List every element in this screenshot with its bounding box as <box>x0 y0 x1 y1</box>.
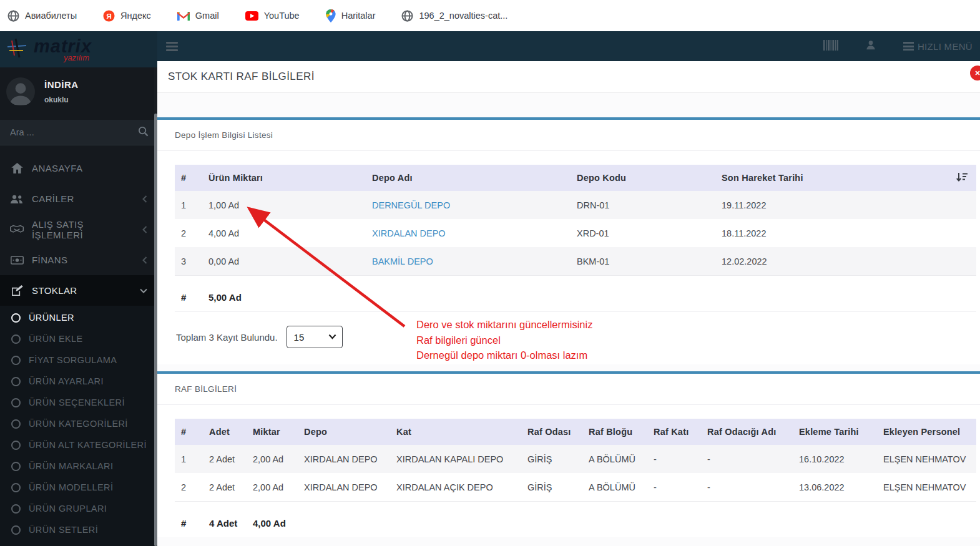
sidebar-item-anasayfa[interactable]: ANASAYFA <box>0 153 157 183</box>
sidebar-subitem[interactable]: ÜRÜN EKLE <box>0 328 157 349</box>
bookmark-gmail[interactable]: Gmail <box>177 11 219 21</box>
bookmark-haritalar[interactable]: Haritalar <box>326 9 376 22</box>
hamburger-menu-icon[interactable] <box>166 40 178 53</box>
sidebar-subitem[interactable]: ÜRÜN SEÇENEKLERİ <box>0 392 157 413</box>
bookmarks-bar: Авиабилеты Я Яндекс Gmail YouTube Harita… <box>0 0 980 31</box>
total-cell <box>366 276 571 312</box>
submenu-label: ÜRÜN KATEGORİLERİ <box>29 419 128 429</box>
column-header: Raf Bloğu <box>582 419 647 445</box>
bars-icon <box>903 41 914 52</box>
depot-card-footer: Toplam 3 Kayıt Bulundu. 15 <box>157 312 980 364</box>
shelf-total-row: #4 Adet4,00 Ad <box>175 502 976 538</box>
column-header: Adet <box>203 419 247 445</box>
total-cell <box>715 276 928 312</box>
search-input[interactable] <box>9 127 138 138</box>
column-header: # <box>175 165 202 191</box>
table-cell: 1 <box>175 445 203 473</box>
menu-label: ANASAYFA <box>32 163 82 173</box>
depot-card-title: Depo İşlem Bilgisi Listesi <box>157 120 980 151</box>
user-info: İNDİRA okuklu <box>44 79 79 104</box>
bookmark-youtube[interactable]: YouTube <box>245 11 300 21</box>
sidebar-subitem[interactable]: ÜRÜN SETLERİ <box>0 519 157 540</box>
depot-table-body: 11,00 AdDERNEGÜL DEPODRN-0119.11.202224,… <box>175 191 976 276</box>
youtube-icon <box>245 11 258 21</box>
table-cell: 2 <box>175 473 203 502</box>
table-cell: BKM-01 <box>571 247 715 276</box>
column-header: Raf Odacığı Adı <box>701 419 793 445</box>
table-cell: DERNEGÜL DEPO <box>366 191 571 219</box>
sidebar-scrollbar-thumb[interactable] <box>154 114 157 546</box>
table-cell: 3 <box>175 247 202 276</box>
topbar: HIZLI MENÜ <box>157 31 980 61</box>
sidebar-item-stoklar[interactable]: STOKLAR <box>0 275 157 306</box>
column-header: Ürün Miktarı <box>202 165 366 191</box>
bookmark-aviabilety[interactable]: Авиабилеты <box>7 10 77 22</box>
shelf-card: RAF BİLGİLERİ #AdetMiktarDepoKatRaf Odas… <box>157 371 980 537</box>
column-header: Depo <box>298 419 390 445</box>
chevron-left-icon <box>142 195 147 203</box>
quick-menu-label: HIZLI MENÜ <box>918 41 973 52</box>
sidebar-subitem[interactable]: ÜRÜN KATEGORİLERİ <box>0 413 157 434</box>
sidebar-subitem[interactable]: ÜRÜN MODELLERİ <box>0 477 157 498</box>
depot-link[interactable]: BAKMİL DEPO <box>372 256 433 266</box>
depot-link[interactable]: DERNEGÜL DEPO <box>372 200 450 210</box>
submenu-label: ÜRÜN SEÇENEKLERİ <box>29 397 125 407</box>
globe-icon <box>7 10 19 22</box>
table-cell: XIRDALAN KAPALI DEPO <box>390 445 521 473</box>
menu-label: CARİLER <box>32 193 74 204</box>
bookmark-label: Gmail <box>195 11 219 21</box>
spacer <box>157 93 980 117</box>
main-content: STOK KARTI RAF BİLGİLERİ ✕ Depo İşlem Bi… <box>157 61 980 546</box>
svg-text:Я: Я <box>106 12 111 19</box>
sidebar-subitem[interactable]: ÜRÜN MARKALARI <box>0 456 157 477</box>
sidebar-subitem[interactable]: ÜRÜN GRUPLARI <box>0 498 157 519</box>
sidebar-subitem[interactable]: FİYAT SORGULAMA <box>0 349 157 371</box>
column-header: Son Hareket Tarihi <box>715 165 928 191</box>
sidebar-item-finans[interactable]: FİNANS <box>0 245 157 275</box>
submenu-label: ÜRÜN MARKALARI <box>29 461 113 471</box>
table-cell: ELŞEN NEHMATOV <box>877 473 976 502</box>
total-cell <box>582 502 647 538</box>
bookmark-novalties[interactable]: 196_2_novalties-cat... <box>401 10 507 22</box>
avatar[interactable] <box>6 77 35 106</box>
table-cell: 13.06.2022 <box>793 473 877 502</box>
table-cell <box>928 219 976 247</box>
table-cell: DRN-01 <box>571 191 715 219</box>
sort-icon[interactable] <box>956 172 968 185</box>
spacer <box>157 364 980 371</box>
depot-total-row: #5,00 Ad <box>175 276 976 312</box>
circle-icon <box>11 356 21 365</box>
table-cell: XIRDALAN DEPO <box>298 473 390 502</box>
close-icon[interactable]: ✕ <box>970 66 980 80</box>
search-icon[interactable] <box>138 126 149 139</box>
bookmark-yandex[interactable]: Я Яндекс <box>103 10 151 22</box>
table-cell: XIRDALAN DEPO <box>298 445 390 473</box>
menu-label: FİNANS <box>32 255 67 265</box>
yandex-icon: Я <box>103 10 115 22</box>
sidebar-subitem[interactable]: ÜRÜN AYARLARI <box>0 371 157 392</box>
table-cell: 2 <box>175 219 202 247</box>
table-row: 12 Adet2,00 AdXIRDALAN DEPOXIRDALAN KAPA… <box>175 445 976 473</box>
menu-label: STOKLAR <box>32 285 77 296</box>
submenu-label: ÜRÜN GRUPLARI <box>29 504 107 514</box>
table-row: 22 Adet2,00 AdXIRDALAN DEPOXIRDALAN AÇIK… <box>175 473 976 502</box>
user-icon[interactable] <box>866 40 876 52</box>
page-size-select[interactable]: 15 <box>287 326 343 348</box>
users-icon <box>10 194 24 204</box>
sidebar-subitem[interactable]: ÜRÜNLER <box>0 307 157 328</box>
column-header: Ekleyen Personel <box>877 419 976 445</box>
bookmark-label: Авиабилеты <box>25 11 77 21</box>
sidebar-subitem[interactable]: ÜRÜN TESLİM TAKİBİ <box>0 540 157 546</box>
sidebar-item-cariler[interactable]: CARİLER <box>0 183 157 214</box>
table-cell: XIRDALAN DEPO <box>366 219 571 247</box>
quick-menu-button[interactable]: HIZLI MENÜ <box>903 41 973 52</box>
barcode-icon[interactable] <box>823 40 838 53</box>
circle-icon <box>11 525 21 535</box>
shelf-card-body: #AdetMiktarDepoKatRaf OdasıRaf BloğuRaf … <box>157 405 980 537</box>
sidebar-subitem[interactable]: ÜRÜN ALT KATEGORİLERİ <box>0 434 157 456</box>
total-cell: # <box>175 502 203 538</box>
sidebar-item-alis-satis[interactable]: ALIŞ SATIŞ İŞLEMLERİ <box>0 214 157 245</box>
table-row: 11,00 AdDERNEGÜL DEPODRN-0119.11.2022 <box>175 191 976 219</box>
app-logo[interactable]: matrix yazılım <box>0 31 157 67</box>
depot-link[interactable]: XIRDALAN DEPO <box>372 228 446 238</box>
